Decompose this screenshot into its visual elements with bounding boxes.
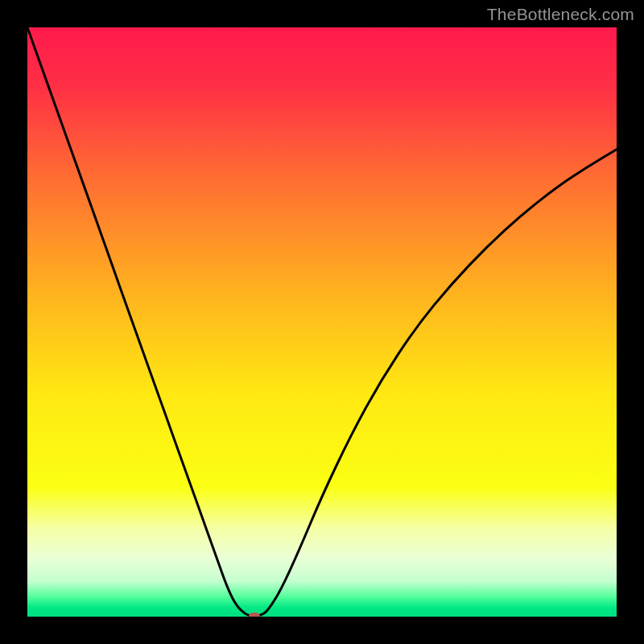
chart-plot-area [27,27,617,617]
optimal-point-marker [249,613,260,617]
watermark-text: TheBottleneck.com [487,5,634,24]
chart-frame: TheBottleneck.com [0,0,644,644]
chart-curve [27,27,617,617]
